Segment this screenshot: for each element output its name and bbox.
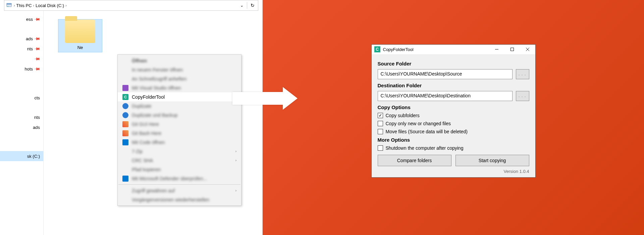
breadcrumb-label: Local Disk (C:)	[36, 3, 64, 8]
close-button[interactable]	[520, 44, 535, 54]
chevron-right-icon: ›	[235, 158, 236, 162]
sidebar-item[interactable]: ads📌	[0, 34, 43, 44]
ctx-item[interactable]: 7-Zip›	[118, 147, 241, 156]
ctx-item[interactable]: CRC SHA›	[118, 156, 241, 165]
divider	[118, 184, 240, 185]
checkbox-copy-new-changed[interactable]: Copy only new or changed files	[378, 121, 529, 126]
folder-item[interactable]: Ne	[58, 19, 102, 52]
folder-icon	[65, 19, 95, 43]
explorer-sidebar: ess📌 ads📌 nts📌 📌 hots📌 cts nts ads sk (C…	[0, 11, 44, 235]
app-icon: C	[374, 46, 380, 52]
svg-rect-1	[7, 6, 8, 6]
pin-icon: 📌	[34, 35, 41, 42]
pin-icon: 📌	[34, 55, 41, 62]
compare-folders-button[interactable]: Compare folders	[378, 155, 451, 166]
ctx-item[interactable]: Mit Microsoft Defender überprüfen...	[118, 174, 241, 183]
sidebar-spacer	[0, 103, 43, 112]
checkbox-icon	[378, 121, 383, 126]
sidebar-spacer	[0, 142, 43, 151]
checkbox-label: Copy only new or changed files	[386, 121, 451, 126]
pin-icon: 📌	[34, 45, 41, 52]
breadcrumb-label: This PC	[16, 3, 32, 8]
copy-options-label: Copy Options	[378, 104, 529, 110]
browse-destination-button[interactable]: . . .	[516, 91, 529, 101]
checkbox-copy-subfolders[interactable]: Copy subfolders	[378, 113, 529, 118]
refresh-icon[interactable]: ↻	[251, 3, 255, 8]
pin-icon: 📌	[34, 16, 41, 23]
sidebar-spacer	[0, 132, 43, 142]
ctx-item[interactable]: Vorgängerversionen wiederherstellen	[118, 195, 241, 204]
sidebar-spacer	[0, 83, 43, 93]
sidebar-item[interactable]: 📌	[0, 54, 43, 64]
folder-label: Ne	[58, 44, 102, 52]
sidebar-item[interactable]: hots📌	[0, 64, 43, 74]
address-bar[interactable]: › This PC › Local Disk (C:) › ⌄ ↻	[4, 0, 258, 11]
minimize-button[interactable]	[489, 44, 504, 54]
version-label: Version 1.0.4	[378, 169, 529, 174]
visualstudio-icon	[122, 85, 128, 91]
sidebar-item[interactable]: ess📌	[0, 14, 43, 24]
right-panel: C CopyFolderTool Source Folder C:\Users\…	[263, 0, 644, 235]
checkbox-move-files[interactable]: Move files (Source data will be deleted)	[378, 129, 529, 134]
checkbox-label: Copy subfolders	[386, 113, 420, 118]
copyfoldertool-icon: C	[122, 94, 128, 100]
chevron-right-icon: ›	[235, 149, 236, 153]
browse-source-button[interactable]: . . .	[516, 69, 529, 79]
ctx-item[interactable]: In neuem Fenster öffnen	[118, 65, 241, 74]
source-folder-label: Source Folder	[378, 61, 529, 66]
ctx-item[interactable]: Mit Visual Studio öffnen	[118, 83, 241, 92]
breadcrumb-segment[interactable]: This PC	[15, 2, 33, 9]
svg-rect-2	[7, 3, 11, 4]
destination-folder-input[interactable]: C:\Users\YOURNAME\Desktop\Destination	[378, 91, 513, 101]
checkbox-label: Move files (Source data will be deleted)	[386, 129, 468, 134]
defender-icon	[122, 176, 128, 182]
pin-icon: 📌	[34, 65, 41, 73]
ctx-item[interactable]: Öffnen	[118, 56, 241, 65]
checkbox-icon	[378, 113, 383, 118]
ctx-item[interactable]: Duplizate	[118, 101, 241, 110]
app-icon	[122, 112, 128, 118]
ctx-item[interactable]: Pfad kopieren	[118, 165, 241, 174]
chevron-down-icon[interactable]: ⌄	[240, 3, 244, 8]
sidebar-item[interactable]: ads	[0, 122, 43, 132]
ctx-item[interactable]: An Schnellzugriff anheften	[118, 74, 241, 83]
divider	[247, 2, 247, 9]
ctx-item[interactable]: Git Bash Here	[118, 129, 241, 138]
titlebar[interactable]: C CopyFolderTool	[372, 45, 535, 55]
chevron-right-icon: ›	[65, 4, 66, 7]
sidebar-spacer	[0, 74, 43, 83]
checkbox-label: Shutdown the computer after copying	[386, 145, 464, 151]
svg-rect-4	[511, 48, 514, 51]
window-title: CopyFolderTool	[383, 47, 414, 52]
app-window: C CopyFolderTool Source Folder C:\Users\…	[371, 44, 536, 178]
source-folder-input[interactable]: C:\Users\YOURNAME\Desktop\Source	[378, 69, 513, 79]
breadcrumb-segment[interactable]: Local Disk (C:)	[34, 2, 65, 9]
destination-folder-label: Destination Folder	[378, 83, 529, 88]
ctx-item[interactable]: Zugriff gewähren auf›	[118, 186, 241, 195]
ctx-item[interactable]: Duplizate und Backup	[118, 110, 241, 120]
maximize-button[interactable]	[504, 44, 520, 54]
sidebar-item[interactable]: nts	[0, 112, 43, 122]
more-options-label: More Options	[378, 137, 529, 143]
drive-icon	[6, 3, 12, 8]
ctx-item[interactable]: Mit Code öffnen	[118, 138, 241, 147]
context-menu: Öffnen In neuem Fenster öffnen An Schnel…	[117, 54, 241, 206]
ctx-item[interactable]: Git GUI Here	[118, 120, 241, 129]
sidebar-item[interactable]: nts📌	[0, 44, 43, 54]
app-icon	[122, 103, 128, 109]
ctx-item-copyfoldertool[interactable]: CCopyFolderTool	[118, 92, 241, 101]
file-explorer: › This PC › Local Disk (C:) › ⌄ ↻ ess📌 a…	[0, 0, 263, 235]
sidebar-item-local-disk[interactable]: sk (C:)	[0, 151, 43, 161]
sidebar-item[interactable]: cts	[0, 93, 43, 103]
explorer-content[interactable]: Ne Öffnen In neuem Fenster öffnen An Sch…	[44, 11, 262, 235]
sidebar-spacer	[0, 24, 43, 34]
chevron-right-icon: ›	[235, 189, 236, 192]
start-copying-button[interactable]: Start copying	[455, 155, 529, 166]
checkbox-shutdown[interactable]: Shutdown the computer after copying	[378, 145, 529, 151]
git-icon	[122, 121, 128, 127]
git-icon	[122, 130, 128, 136]
checkbox-icon	[378, 129, 383, 134]
vscode-icon	[122, 139, 128, 145]
checkbox-icon	[378, 145, 383, 151]
